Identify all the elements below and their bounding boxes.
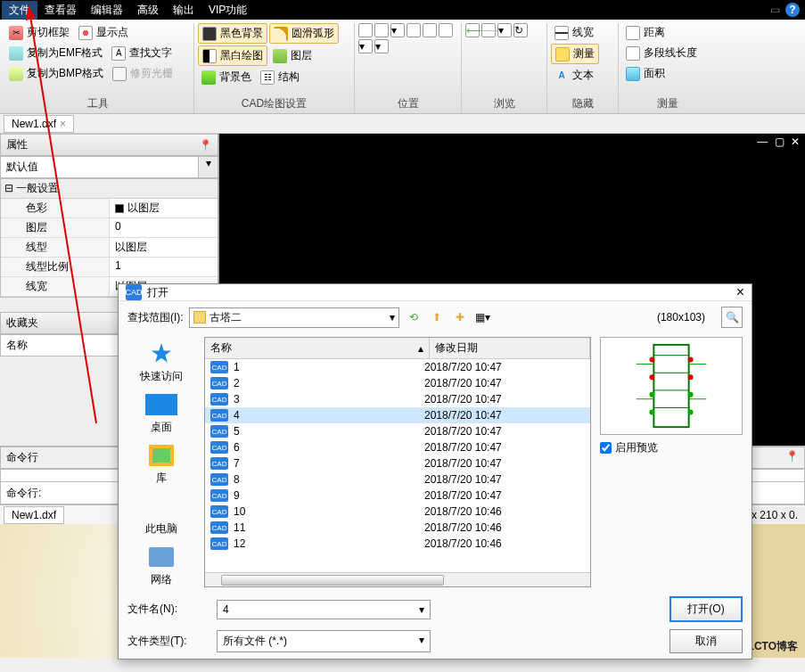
place-thispc[interactable]: 此电脑 <box>145 493 177 537</box>
ruler-icon[interactable]: ▭ <box>770 4 780 16</box>
struct-icon: ☷ <box>260 70 275 85</box>
close-icon[interactable]: × <box>60 118 66 130</box>
pos-icon6[interactable] <box>439 23 453 37</box>
col-name[interactable]: 名称▴ <box>205 338 430 358</box>
menu-advanced[interactable]: 高级 <box>130 1 166 20</box>
pos-icon7[interactable]: ▾ <box>358 39 373 53</box>
menu-editor[interactable]: 编辑器 <box>84 1 130 20</box>
filename-label: 文件名(N): <box>127 602 208 617</box>
file-row[interactable]: CAD22018/7/20 10:47 <box>205 375 590 391</box>
file-row[interactable]: CAD72018/7/20 10:47 <box>205 455 590 471</box>
dialog-titlebar: CAD 打开 × <box>119 284 752 301</box>
place-network[interactable]: 网络 <box>145 544 177 587</box>
folder-icon <box>193 311 206 324</box>
chevron-down-icon[interactable]: ▾ <box>198 157 218 177</box>
btn-bgcol[interactable]: 背景色 <box>198 68 255 86</box>
status-doc-tab[interactable]: New1.dxf <box>4 506 64 524</box>
btn-emf[interactable]: 复制为EMF格式 <box>5 44 106 62</box>
btn-linew[interactable]: 线宽 <box>551 23 597 42</box>
properties-default[interactable]: 默认值 ▾ <box>0 156 218 178</box>
file-row[interactable]: CAD12018/7/20 10:47 <box>205 359 590 375</box>
prop-layer[interactable]: 图层0 <box>1 218 218 238</box>
cancel-button[interactable]: 取消 <box>669 629 743 653</box>
pin-icon[interactable]: 📍 <box>785 450 799 465</box>
prop-ltscale[interactable]: 线型比例1 <box>1 258 218 277</box>
file-row[interactable]: CAD112018/7/20 10:46 <box>205 520 590 536</box>
file-row[interactable]: CAD102018/7/20 10:46 <box>205 504 590 520</box>
btn-smootharc[interactable]: 圆滑弧形 <box>269 23 339 44</box>
layers-icon <box>273 49 287 63</box>
pos-icon5[interactable] <box>423 23 437 37</box>
chevron-down-icon[interactable]: ▾ <box>390 311 395 324</box>
menu-output[interactable]: 输出 <box>166 1 201 20</box>
preview-zoom-icon[interactable]: 🔍 <box>721 307 743 328</box>
btn-findtxt[interactable]: A查找文字 <box>108 44 176 62</box>
up-icon[interactable]: ⬆ <box>428 308 446 326</box>
nav-refresh[interactable]: ↻ <box>513 23 528 37</box>
file-row[interactable]: CAD82018/7/20 10:47 <box>205 471 590 488</box>
btn-area[interactable]: 面积 <box>622 64 669 83</box>
place-quickaccess[interactable]: 快速访问 <box>140 340 183 384</box>
findtxt-icon: A <box>111 46 126 61</box>
help-icon[interactable]: ? <box>785 3 800 17</box>
btn-measure[interactable]: 测量 <box>551 44 599 64</box>
file-row[interactable]: CAD92018/7/20 10:47 <box>205 488 590 504</box>
cad-file-icon: CAD <box>210 505 228 518</box>
nav-back[interactable]: ⟵ <box>465 23 480 37</box>
file-row[interactable]: CAD52018/7/20 10:47 <box>205 423 590 439</box>
chevron-down-icon[interactable]: ▾ <box>419 603 424 616</box>
back-icon[interactable]: ⟲ <box>405 308 423 326</box>
file-row[interactable]: CAD122018/7/20 10:46 <box>205 536 590 552</box>
filename-combo[interactable]: 4▾ <box>217 600 431 619</box>
nav-down[interactable]: ▾ <box>497 23 512 37</box>
btn-bmp[interactable]: 复制为BMP格式 <box>5 64 107 83</box>
pos-icon2[interactable] <box>374 23 389 37</box>
canvas-window-controls[interactable]: — ▢ ✕ <box>757 135 801 148</box>
btn-distance[interactable]: 距离 <box>622 23 669 42</box>
view-icon[interactable]: ▦▾ <box>474 308 492 326</box>
edit-icon[interactable]: ✎ <box>756 4 765 16</box>
properties-section[interactable]: ⊟ 一般设置 <box>1 179 218 199</box>
pos-icon3[interactable]: ▾ <box>390 23 405 37</box>
file-row[interactable]: CAD32018/7/20 10:47 <box>205 391 590 407</box>
btn-crop[interactable]: ✂剪切框架 <box>5 23 73 42</box>
polylen-icon <box>626 46 640 61</box>
menu-viewer[interactable]: 查看器 <box>37 1 84 20</box>
pos-icon1[interactable] <box>358 23 373 37</box>
doc-tab[interactable]: New1.dxf × <box>4 115 74 133</box>
nav-fwd[interactable]: ⟶ <box>481 23 496 37</box>
cad-file-icon: CAD <box>210 409 228 422</box>
col-date[interactable]: 修改日期 <box>430 338 590 358</box>
area-icon <box>626 67 640 81</box>
close-icon[interactable]: × <box>736 284 744 300</box>
pos-icon8[interactable]: ▾ <box>374 39 389 53</box>
place-library[interactable]: 库 <box>145 442 177 486</box>
enable-preview-checkbox[interactable]: 启用预览 <box>600 440 743 455</box>
btn-trimrast[interactable]: 修剪光栅 <box>109 64 177 83</box>
place-desktop[interactable]: 桌面 <box>145 391 177 435</box>
enable-preview-input[interactable] <box>600 442 612 454</box>
menu-file[interactable]: 文件 <box>2 1 37 20</box>
pin-icon[interactable]: 📍 <box>199 139 212 152</box>
filetype-combo[interactable]: 所有文件 (*.*)▾ <box>217 630 431 652</box>
prop-color[interactable]: 色彩以图层 <box>1 199 218 218</box>
file-row[interactable]: CAD42018/7/20 10:47 <box>205 407 590 423</box>
cad-file-icon: CAD <box>210 521 228 534</box>
btn-layers[interactable]: 图层 <box>269 45 316 66</box>
btn-text[interactable]: A文本 <box>551 66 597 85</box>
btn-polylen[interactable]: 多段线长度 <box>622 44 701 62</box>
pos-icon4[interactable] <box>407 23 421 37</box>
prop-ltype[interactable]: 线型以图层 <box>1 238 218 258</box>
lookin-combo[interactable]: 古塔二 ▾ <box>189 307 399 328</box>
newfolder-icon[interactable]: ✚ <box>451 308 469 326</box>
btn-showpt[interactable]: 显示点 <box>75 23 132 42</box>
chevron-down-icon[interactable]: ▾ <box>419 634 424 649</box>
btn-bwdraw[interactable]: 黑白绘图 <box>198 45 267 66</box>
cad-file-icon: CAD <box>210 537 228 550</box>
menu-vip[interactable]: VIP功能 <box>201 1 254 20</box>
h-scrollbar[interactable] <box>205 572 590 586</box>
btn-struct[interactable]: ☷结构 <box>257 68 303 86</box>
file-row[interactable]: CAD62018/7/20 10:47 <box>205 439 590 455</box>
open-button[interactable]: 打开(O) <box>669 596 743 622</box>
btn-blackbg[interactable]: 黑色背景 <box>198 23 267 44</box>
